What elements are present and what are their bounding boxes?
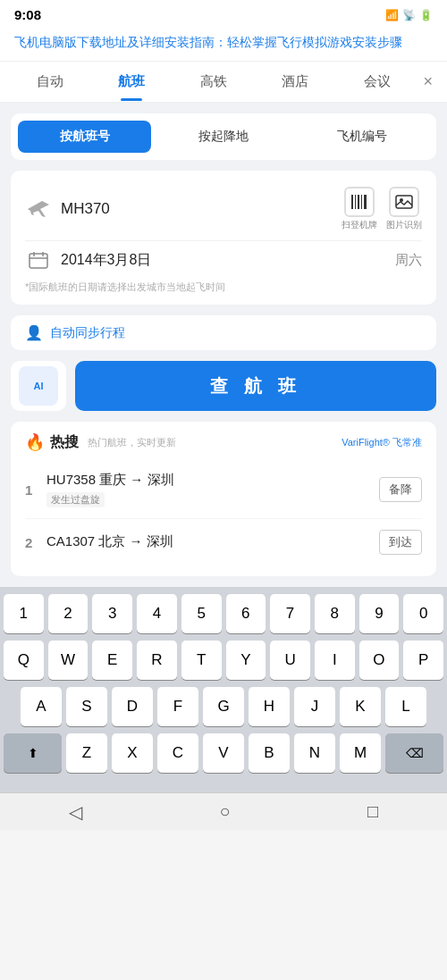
hot-tag-1: 发生过盘旋 — [46, 492, 105, 507]
signal-icon: 📶 — [385, 9, 399, 21]
key-4[interactable]: 4 — [137, 594, 177, 633]
hot-route-2: CA1307 北京 → 深圳 — [46, 533, 379, 550]
back-button[interactable]: ◁ — [47, 796, 104, 828]
scan-boarding-pass[interactable]: 扫登机牌 — [342, 187, 377, 231]
key-s[interactable]: S — [66, 687, 107, 726]
key-5[interactable]: 5 — [181, 594, 222, 633]
zxcv-row: ⬆ Z X C V B N M ⌫ — [4, 733, 443, 773]
main-content: 按航班号 按起降地 飞机编号 MH370 — [0, 103, 447, 587]
number-row: 1 2 3 4 5 6 7 8 9 0 — [4, 594, 443, 633]
tab-flight[interactable]: 航班 — [91, 63, 173, 101]
key-n[interactable]: N — [294, 733, 335, 773]
key-d[interactable]: D — [112, 687, 153, 726]
plane-icon — [25, 196, 52, 222]
key-x[interactable]: X — [112, 733, 153, 773]
keyboard: 1 2 3 4 5 6 7 8 9 0 Q W E R T Y U I O P … — [0, 587, 447, 792]
key-6[interactable]: 6 — [226, 594, 266, 633]
recent-button[interactable]: □ — [346, 796, 400, 827]
ai-label: AI — [19, 366, 58, 406]
key-p[interactable]: P — [403, 641, 443, 680]
variflight-logo: VariFlight® 飞常准 — [342, 436, 422, 449]
key-9[interactable]: 9 — [359, 594, 400, 633]
key-i[interactable]: I — [315, 641, 355, 680]
key-c[interactable]: C — [157, 733, 198, 773]
hot-status-1: 备降 — [379, 477, 422, 502]
key-7[interactable]: 7 — [270, 594, 310, 633]
tab-auto[interactable]: 自动 — [9, 63, 91, 101]
search-flight-button[interactable]: 查 航 班 — [75, 361, 436, 411]
sync-icon: 👤 — [25, 324, 43, 341]
qwerty-row: Q W E R T Y U I O P — [4, 641, 443, 680]
hot-title: 热搜 — [50, 433, 79, 452]
hot-item-2[interactable]: 2 CA1307 北京 → 深圳 到达 — [25, 519, 422, 565]
bottom-nav: ◁ ○ □ — [0, 792, 447, 830]
key-2[interactable]: 2 — [48, 594, 89, 633]
search-by-route[interactable]: 按起降地 — [156, 121, 290, 153]
key-u[interactable]: U — [270, 641, 310, 680]
key-e[interactable]: E — [92, 641, 132, 680]
battery-icon: 🔋 — [419, 9, 433, 21]
key-q[interactable]: Q — [4, 641, 44, 680]
shift-key[interactable]: ⬆ — [4, 733, 62, 773]
key-0[interactable]: 0 — [403, 594, 443, 633]
key-h[interactable]: H — [249, 687, 290, 726]
top-banner[interactable]: 飞机电脑版下载地址及详细安装指南：轻松掌握飞行模拟游戏安装步骤 — [0, 26, 447, 62]
flight-number-text: MH370 — [61, 200, 110, 218]
key-j[interactable]: J — [294, 687, 335, 726]
hot-status-2: 到达 — [379, 530, 422, 555]
search-by-tail-number[interactable]: 飞机编号 — [296, 121, 429, 153]
status-icons: 📶 📡 🔋 — [385, 9, 433, 21]
svg-rect-5 — [396, 196, 412, 208]
status-time: 9:08 — [14, 7, 41, 22]
image-label: 图片识别 — [386, 219, 422, 231]
key-t[interactable]: T — [181, 641, 222, 680]
key-b[interactable]: B — [249, 733, 290, 773]
close-button[interactable]: × — [418, 72, 439, 91]
sync-row[interactable]: 👤 自动同步行程 — [11, 315, 436, 350]
home-button[interactable]: ○ — [198, 796, 251, 827]
tab-hotel[interactable]: 酒店 — [255, 63, 337, 101]
scan-icons: 扫登机牌 图片识别 — [342, 187, 422, 231]
key-o[interactable]: O — [359, 641, 400, 680]
hot-info-2: CA1307 北京 → 深圳 — [46, 533, 379, 552]
tab-train[interactable]: 高铁 — [173, 63, 255, 101]
svg-rect-4 — [364, 195, 367, 209]
svg-rect-2 — [358, 195, 359, 209]
key-f[interactable]: F — [157, 687, 198, 726]
asdf-row: A S D F G H J K L — [4, 687, 443, 726]
svg-rect-3 — [361, 195, 362, 209]
flight-number-row: MH370 扫登机牌 — [25, 181, 422, 237]
hot-route-1: HU7358 重庆 → 深圳 — [46, 472, 379, 489]
ai-button[interactable]: AI — [11, 361, 66, 411]
wifi-icon: 📡 — [402, 9, 416, 21]
key-3[interactable]: 3 — [92, 594, 132, 633]
hint-text: *国际航班的日期请选择出发城市当地起飞时间 — [25, 281, 422, 294]
search-by-flight-number[interactable]: 按航班号 — [18, 121, 151, 153]
key-a[interactable]: A — [21, 687, 62, 726]
barcode-icon — [344, 187, 375, 217]
key-l[interactable]: L — [385, 687, 426, 726]
key-g[interactable]: G — [203, 687, 244, 726]
image-recognition[interactable]: 图片识别 — [386, 187, 422, 231]
key-z[interactable]: Z — [66, 733, 107, 773]
key-r[interactable]: R — [137, 641, 177, 680]
key-k[interactable]: K — [340, 687, 381, 726]
hot-item-1[interactable]: 1 HU7358 重庆 → 深圳 发生过盘旋 备降 — [25, 461, 422, 519]
key-v[interactable]: V — [203, 733, 244, 773]
hot-info-1: HU7358 重庆 → 深圳 发生过盘旋 — [46, 472, 379, 507]
key-y[interactable]: Y — [226, 641, 266, 680]
key-m[interactable]: M — [340, 733, 381, 773]
key-8[interactable]: 8 — [315, 594, 355, 633]
tab-meeting[interactable]: 会议 — [336, 63, 418, 101]
svg-rect-7 — [30, 254, 47, 268]
key-1[interactable]: 1 — [4, 594, 44, 633]
search-type-bar: 按航班号 按起降地 飞机编号 — [11, 113, 436, 160]
sync-text: 自动同步行程 — [50, 325, 125, 341]
banner-text: 飞机电脑版下载地址及详细安装指南：轻松掌握飞行模拟游戏安装步骤 — [14, 35, 402, 49]
hot-title-row: 🔥 热搜 热门航班，实时更新 — [25, 432, 176, 452]
key-w[interactable]: W — [48, 641, 89, 680]
backspace-key[interactable]: ⌫ — [385, 733, 443, 773]
fire-icon: 🔥 — [25, 432, 45, 452]
tab-bar: 自动 航班 高铁 酒店 会议 × — [0, 62, 447, 103]
hot-rank-1: 1 — [25, 482, 46, 498]
